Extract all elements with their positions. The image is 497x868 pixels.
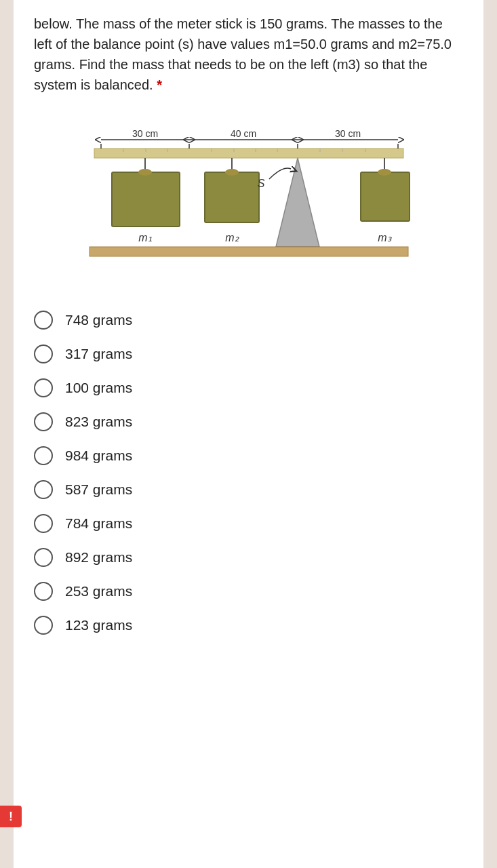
choice-label-784: 784 grams (65, 515, 132, 532)
choice-label-892: 892 grams (65, 549, 132, 566)
alert-badge: ! (0, 806, 22, 827)
svg-text:30 cm: 30 cm (132, 128, 157, 139)
choice-item[interactable]: 784 grams (34, 514, 463, 533)
radio-823[interactable] (34, 412, 53, 431)
svg-text:m₁: m₁ (138, 232, 151, 243)
radio-100[interactable] (34, 378, 53, 397)
choice-item[interactable]: 317 grams (34, 344, 463, 363)
choice-item[interactable]: 587 grams (34, 480, 463, 499)
choice-item[interactable]: 748 grams (34, 311, 463, 330)
svg-point-33 (378, 169, 391, 176)
radio-253[interactable] (34, 582, 53, 601)
radio-123[interactable] (34, 616, 53, 635)
svg-rect-32 (361, 172, 410, 221)
svg-rect-26 (205, 172, 259, 222)
svg-text:S: S (257, 178, 264, 189)
choice-label-100: 100 grams (65, 380, 132, 396)
diagram-svg: 30 cm 40 cm 30 cm (52, 111, 445, 290)
choices-list: 748 grams 317 grams 100 grams 823 grams … (34, 311, 463, 635)
choice-item[interactable]: 100 grams (34, 378, 463, 397)
choice-item[interactable]: 892 grams (34, 548, 463, 567)
radio-748[interactable] (34, 311, 53, 330)
choice-item[interactable]: 253 grams (34, 582, 463, 601)
choice-label-253: 253 grams (65, 583, 132, 599)
choice-item[interactable]: 984 grams (34, 446, 463, 465)
svg-rect-22 (112, 172, 180, 226)
choice-label-587: 587 grams (65, 481, 132, 498)
choice-label-748: 748 grams (65, 312, 132, 328)
svg-text:m₂: m₂ (225, 232, 239, 243)
radio-317[interactable] (34, 344, 53, 363)
choice-label-123: 123 grams (65, 617, 132, 633)
choice-label-317: 317 grams (65, 346, 132, 362)
choice-item[interactable]: 123 grams (34, 616, 463, 635)
choice-label-984: 984 grams (65, 448, 132, 464)
svg-text:m₃: m₃ (378, 232, 391, 243)
choice-item[interactable]: 823 grams (34, 412, 463, 431)
svg-point-23 (138, 169, 152, 176)
radio-892[interactable] (34, 548, 53, 567)
svg-rect-35 (90, 247, 408, 256)
radio-784[interactable] (34, 514, 53, 533)
svg-rect-6 (94, 149, 403, 158)
required-marker: * (157, 77, 162, 92)
svg-text:40 cm: 40 cm (230, 128, 256, 139)
svg-text:30 cm: 30 cm (334, 128, 360, 139)
svg-point-27 (225, 169, 239, 176)
page-container: below. The mass of the meter stick is 15… (14, 0, 483, 868)
problem-text: below. The mass of the meter stick is 15… (34, 14, 463, 95)
svg-marker-29 (276, 158, 319, 247)
radio-587[interactable] (34, 480, 53, 499)
choice-label-823: 823 grams (65, 414, 132, 430)
diagram-container: 30 cm 40 cm 30 cm (34, 111, 463, 290)
radio-984[interactable] (34, 446, 53, 465)
